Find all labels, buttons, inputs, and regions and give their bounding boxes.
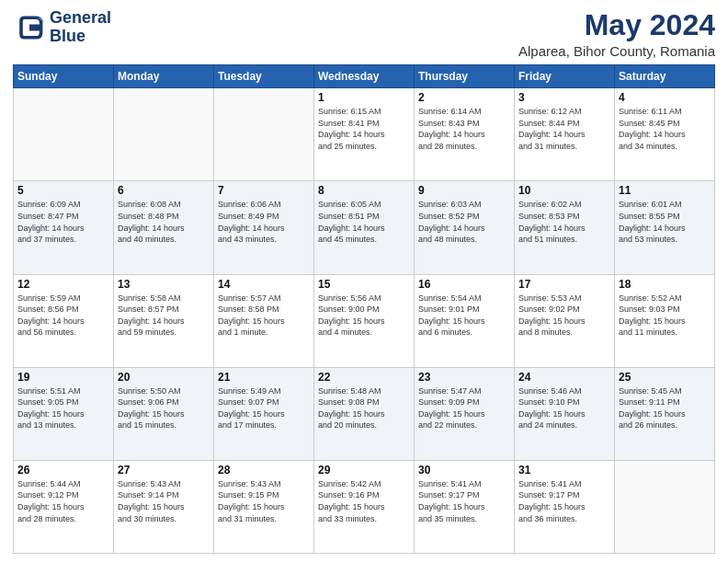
day-info: Sunrise: 5:45 AMSunset: 9:11 PMDaylight:… xyxy=(619,385,711,431)
day-number: 9 xyxy=(418,184,510,197)
col-thursday: Thursday xyxy=(415,65,515,88)
logo-text: General Blue xyxy=(50,9,111,46)
day-info: Sunrise: 6:11 AMSunset: 8:45 PMDaylight:… xyxy=(619,106,711,152)
calendar-cell: 8Sunrise: 6:05 AMSunset: 8:51 PMDaylight… xyxy=(314,181,415,274)
day-info: Sunrise: 5:47 AMSunset: 9:09 PMDaylight:… xyxy=(418,385,510,431)
calendar-cell: 11Sunrise: 6:01 AMSunset: 8:55 PMDayligh… xyxy=(615,181,715,274)
day-info: Sunrise: 5:57 AMSunset: 8:58 PMDaylight:… xyxy=(218,293,310,339)
day-number: 28 xyxy=(218,464,310,477)
calendar-cell: 20Sunrise: 5:50 AMSunset: 9:06 PMDayligh… xyxy=(114,367,214,460)
calendar-cell: 30Sunrise: 5:41 AMSunset: 9:17 PMDayligh… xyxy=(415,460,515,553)
logo-line2: Blue xyxy=(50,28,111,46)
day-number: 25 xyxy=(619,371,711,384)
calendar-row-3: 19Sunrise: 5:51 AMSunset: 9:05 PMDayligh… xyxy=(14,367,715,460)
day-info: Sunrise: 5:51 AMSunset: 9:05 PMDaylight:… xyxy=(17,385,109,431)
col-wednesday: Wednesday xyxy=(314,65,415,88)
day-info: Sunrise: 5:41 AMSunset: 9:17 PMDaylight:… xyxy=(518,478,610,524)
day-number: 7 xyxy=(218,184,310,197)
col-saturday: Saturday xyxy=(615,65,715,88)
day-info: Sunrise: 6:02 AMSunset: 8:53 PMDaylight:… xyxy=(518,199,610,245)
day-info: Sunrise: 6:12 AMSunset: 8:44 PMDaylight:… xyxy=(518,106,610,152)
logo-icon xyxy=(13,11,46,44)
calendar-table: Sunday Monday Tuesday Wednesday Thursday… xyxy=(13,64,715,554)
page: General Blue May 2024 Alparea, Bihor Cou… xyxy=(0,0,728,563)
day-number: 24 xyxy=(518,371,610,384)
calendar-cell: 9Sunrise: 6:03 AMSunset: 8:52 PMDaylight… xyxy=(415,181,515,274)
day-number: 14 xyxy=(218,278,310,291)
day-info: Sunrise: 5:43 AMSunset: 9:14 PMDaylight:… xyxy=(118,478,210,524)
calendar-cell: 19Sunrise: 5:51 AMSunset: 9:05 PMDayligh… xyxy=(14,367,114,460)
day-info: Sunrise: 5:54 AMSunset: 9:01 PMDaylight:… xyxy=(418,293,510,339)
col-friday: Friday xyxy=(515,65,615,88)
subtitle: Alparea, Bihor County, Romania xyxy=(518,43,715,59)
calendar-cell: 26Sunrise: 5:44 AMSunset: 9:12 PMDayligh… xyxy=(14,460,114,553)
day-info: Sunrise: 5:44 AMSunset: 9:12 PMDaylight:… xyxy=(17,478,109,524)
day-number: 31 xyxy=(518,464,610,477)
day-number: 21 xyxy=(218,371,310,384)
day-info: Sunrise: 6:06 AMSunset: 8:49 PMDaylight:… xyxy=(218,199,310,245)
calendar-cell xyxy=(114,88,214,181)
day-number: 30 xyxy=(418,464,510,477)
calendar-cell: 25Sunrise: 5:45 AMSunset: 9:11 PMDayligh… xyxy=(615,367,715,460)
day-info: Sunrise: 6:03 AMSunset: 8:52 PMDaylight:… xyxy=(418,199,510,245)
day-info: Sunrise: 6:15 AMSunset: 8:41 PMDaylight:… xyxy=(318,106,410,152)
calendar-cell: 16Sunrise: 5:54 AMSunset: 9:01 PMDayligh… xyxy=(415,274,515,367)
calendar-row-0: 1Sunrise: 6:15 AMSunset: 8:41 PMDaylight… xyxy=(14,88,715,181)
day-number: 18 xyxy=(619,278,711,291)
calendar-cell: 24Sunrise: 5:46 AMSunset: 9:10 PMDayligh… xyxy=(515,367,615,460)
day-number: 5 xyxy=(17,184,109,197)
calendar-cell: 23Sunrise: 5:47 AMSunset: 9:09 PMDayligh… xyxy=(415,367,515,460)
day-number: 11 xyxy=(619,184,711,197)
day-number: 27 xyxy=(118,464,210,477)
calendar-cell: 29Sunrise: 5:42 AMSunset: 9:16 PMDayligh… xyxy=(314,460,415,553)
calendar-row-4: 26Sunrise: 5:44 AMSunset: 9:12 PMDayligh… xyxy=(14,460,715,553)
day-info: Sunrise: 6:05 AMSunset: 8:51 PMDaylight:… xyxy=(318,199,410,245)
title-area: May 2024 Alparea, Bihor County, Romania xyxy=(518,9,715,59)
col-tuesday: Tuesday xyxy=(214,65,314,88)
logo-line1: General xyxy=(50,9,111,28)
calendar-cell: 27Sunrise: 5:43 AMSunset: 9:14 PMDayligh… xyxy=(114,460,214,553)
calendar-cell: 5Sunrise: 6:09 AMSunset: 8:47 PMDaylight… xyxy=(14,181,114,274)
day-number: 3 xyxy=(518,91,610,104)
calendar-cell xyxy=(615,460,715,553)
day-number: 26 xyxy=(17,464,109,477)
day-number: 13 xyxy=(118,278,210,291)
col-monday: Monday xyxy=(114,65,214,88)
day-info: Sunrise: 6:08 AMSunset: 8:48 PMDaylight:… xyxy=(118,199,210,245)
day-number: 23 xyxy=(418,371,510,384)
calendar-row-2: 12Sunrise: 5:59 AMSunset: 8:56 PMDayligh… xyxy=(14,274,715,367)
calendar-cell: 12Sunrise: 5:59 AMSunset: 8:56 PMDayligh… xyxy=(14,274,114,367)
day-number: 20 xyxy=(118,371,210,384)
day-number: 19 xyxy=(17,371,109,384)
day-number: 6 xyxy=(118,184,210,197)
calendar-header-row: Sunday Monday Tuesday Wednesday Thursday… xyxy=(14,65,715,88)
day-number: 8 xyxy=(318,184,410,197)
month-title: May 2024 xyxy=(518,9,715,41)
calendar-cell: 6Sunrise: 6:08 AMSunset: 8:48 PMDaylight… xyxy=(114,181,214,274)
day-info: Sunrise: 6:01 AMSunset: 8:55 PMDaylight:… xyxy=(619,199,711,245)
day-number: 17 xyxy=(518,278,610,291)
day-info: Sunrise: 5:49 AMSunset: 9:07 PMDaylight:… xyxy=(218,385,310,431)
calendar-cell: 1Sunrise: 6:15 AMSunset: 8:41 PMDaylight… xyxy=(314,88,415,181)
calendar-cell: 14Sunrise: 5:57 AMSunset: 8:58 PMDayligh… xyxy=(214,274,314,367)
calendar-cell: 28Sunrise: 5:43 AMSunset: 9:15 PMDayligh… xyxy=(214,460,314,553)
day-number: 16 xyxy=(418,278,510,291)
day-info: Sunrise: 5:46 AMSunset: 9:10 PMDaylight:… xyxy=(518,385,610,431)
calendar-cell xyxy=(214,88,314,181)
day-number: 22 xyxy=(318,371,410,384)
calendar-cell: 2Sunrise: 6:14 AMSunset: 8:43 PMDaylight… xyxy=(415,88,515,181)
calendar-cell: 3Sunrise: 6:12 AMSunset: 8:44 PMDaylight… xyxy=(515,88,615,181)
calendar-cell: 10Sunrise: 6:02 AMSunset: 8:53 PMDayligh… xyxy=(515,181,615,274)
day-info: Sunrise: 6:09 AMSunset: 8:47 PMDaylight:… xyxy=(17,199,109,245)
day-number: 12 xyxy=(17,278,109,291)
calendar-cell: 22Sunrise: 5:48 AMSunset: 9:08 PMDayligh… xyxy=(314,367,415,460)
day-number: 4 xyxy=(619,91,711,104)
calendar-cell: 15Sunrise: 5:56 AMSunset: 9:00 PMDayligh… xyxy=(314,274,415,367)
day-info: Sunrise: 5:59 AMSunset: 8:56 PMDaylight:… xyxy=(17,293,109,339)
day-info: Sunrise: 5:43 AMSunset: 9:15 PMDaylight:… xyxy=(218,478,310,524)
day-number: 29 xyxy=(318,464,410,477)
day-info: Sunrise: 5:56 AMSunset: 9:00 PMDaylight:… xyxy=(318,293,410,339)
day-info: Sunrise: 5:50 AMSunset: 9:06 PMDaylight:… xyxy=(118,385,210,431)
col-sunday: Sunday xyxy=(14,65,114,88)
calendar-row-1: 5Sunrise: 6:09 AMSunset: 8:47 PMDaylight… xyxy=(14,181,715,274)
